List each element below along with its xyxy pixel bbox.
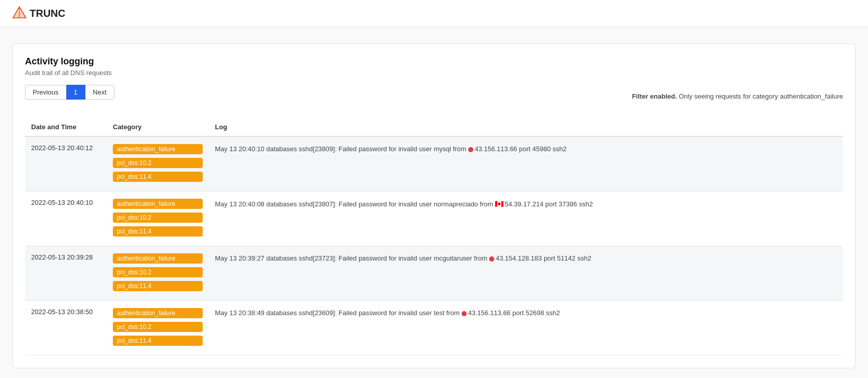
cell-category: authentication_failurepci_dss:10.2pci_ds…	[107, 246, 209, 301]
tag-pci: pci_dss:11.4	[113, 226, 203, 237]
tag-auth-failure: authentication_failure	[113, 253, 203, 264]
port-info: port 45980 ssh2	[519, 145, 566, 153]
col-header-category: Category	[107, 118, 209, 136]
table-row: 2022-05-13 20:38:50authentication_failur…	[25, 301, 843, 356]
col-header-log: Log	[209, 118, 843, 136]
cell-log: May 13 20:40:10 databases sshd[23809]: F…	[209, 136, 843, 192]
main-container: Activity logging Audit trail of all DNS …	[0, 27, 868, 378]
prev-button[interactable]: Previous	[25, 85, 66, 100]
cell-datetime: 2022-05-13 20:38:50	[25, 301, 107, 356]
cell-datetime: 2022-05-13 20:40:12	[25, 136, 107, 192]
tag-auth-failure: authentication_failure	[113, 308, 203, 318]
ip-address: 54.39.17.214	[504, 200, 545, 208]
tag-auth-failure: authentication_failure	[113, 144, 203, 154]
page-1-button[interactable]: 1	[66, 85, 85, 100]
tag-pci: pci_dss:10.2	[113, 267, 203, 277]
cell-log: May 13 20:39:27 databases sshd[23723]: F…	[209, 246, 843, 301]
trunc-logo-icon	[12, 6, 27, 20]
ip-address: 43.156.113.66	[468, 309, 513, 317]
col-header-datetime: Date and Time	[25, 118, 107, 136]
port-info: port 37386 ssh2	[545, 200, 593, 208]
cell-category: authentication_failurepci_dss:10.2pci_ds…	[107, 301, 209, 356]
ip-dot-icon	[468, 147, 473, 152]
table-header: Date and Time Category Log	[25, 118, 843, 136]
page-subtitle: Audit trail of all DNS requests	[25, 69, 843, 77]
filter-bold: Filter enabled.	[632, 92, 677, 100]
table-row: 2022-05-13 20:40:12authentication_failur…	[25, 136, 843, 192]
logo: TRUNC	[12, 6, 65, 20]
filter-text: Only seeing requests for category authen…	[677, 92, 843, 100]
cell-datetime: 2022-05-13 20:40:10	[25, 192, 107, 246]
brand-name: TRUNC	[30, 8, 65, 19]
table-body: 2022-05-13 20:40:12authentication_failur…	[25, 136, 843, 356]
log-text: May 13 20:38:49 databases sshd[23609]: F…	[215, 309, 462, 317]
port-info: port 52698 ssh2	[512, 309, 560, 317]
cell-log: May 13 20:40:08 databases sshd[23807]: F…	[209, 192, 843, 246]
log-text: May 13 20:40:08 databases sshd[23807]: F…	[215, 200, 495, 208]
log-text: May 13 20:39:27 databases sshd[23723]: F…	[215, 254, 489, 262]
port-info: port 51142 ssh2	[544, 254, 591, 262]
ip-dot-icon	[462, 311, 467, 316]
pagination-bar: Previous 1 Next	[25, 85, 114, 100]
ip-dot-icon	[489, 256, 494, 262]
top-controls: Previous 1 Next Filter enabled. Only see…	[25, 85, 843, 108]
tag-pci: pci_dss:11.4	[113, 172, 203, 182]
table-row: 2022-05-13 20:39:28authentication_failur…	[25, 246, 843, 301]
cell-category: authentication_failurepci_dss:10.2pci_ds…	[107, 192, 209, 246]
tag-pci: pci_dss:10.2	[113, 322, 203, 332]
flag-ca-icon: 🇨🇦	[495, 200, 503, 208]
table-row: 2022-05-13 20:40:10authentication_failur…	[25, 192, 843, 246]
cell-category: authentication_failurepci_dss:10.2pci_ds…	[107, 136, 209, 192]
tag-pci: pci_dss:10.2	[113, 158, 203, 168]
log-table: Date and Time Category Log 2022-05-13 20…	[25, 118, 843, 356]
log-text: May 13 20:40:10 databases sshd[23809]: F…	[215, 145, 468, 153]
tag-pci: pci_dss:11.4	[113, 336, 203, 346]
ip-address: 43.156.113.66	[475, 145, 519, 153]
tag-auth-failure: authentication_failure	[113, 199, 203, 209]
ip-address: 43.154.128.183	[496, 254, 544, 262]
page-title: Activity logging	[25, 56, 843, 67]
topbar: TRUNC	[0, 0, 868, 27]
tag-pci: pci_dss:10.2	[113, 212, 203, 223]
next-button[interactable]: Next	[85, 85, 114, 100]
tag-pci: pci_dss:11.4	[113, 281, 203, 291]
filter-notice: Filter enabled. Only seeing requests for…	[632, 92, 843, 100]
cell-log: May 13 20:38:49 databases sshd[23609]: F…	[209, 301, 843, 356]
cell-datetime: 2022-05-13 20:39:28	[25, 246, 107, 301]
activity-logging-card: Activity logging Audit trail of all DNS …	[12, 43, 856, 368]
